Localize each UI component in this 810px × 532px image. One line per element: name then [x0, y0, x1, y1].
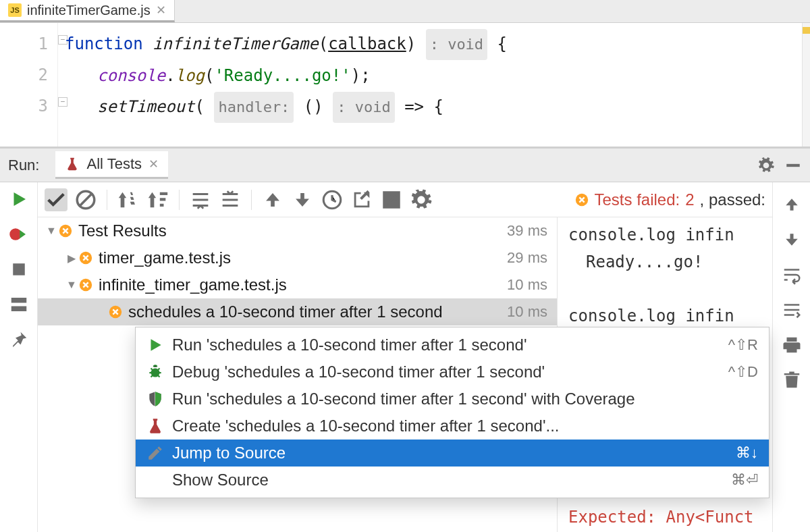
tree-label: Test Results	[78, 221, 507, 240]
stop-button[interactable]	[9, 259, 29, 280]
test-toolbar: Tests failed: 2, passed:	[38, 182, 772, 217]
failed-icon	[574, 192, 589, 207]
pin-button[interactable]	[9, 329, 29, 350]
ctx-show-source[interactable]: Show Source ⌘⏎	[136, 467, 769, 494]
minimize-icon[interactable]	[784, 157, 802, 174]
scroll-up-button[interactable]	[782, 194, 802, 215]
test-options-button[interactable]	[410, 188, 433, 211]
scroll-to-end-button[interactable]	[782, 300, 802, 320]
code-param: callback	[328, 34, 406, 53]
ctx-run-coverage[interactable]: Run 'schedules a 10-second timer after 1…	[136, 385, 769, 413]
import-results-button[interactable]	[350, 188, 373, 211]
duration: 29 ms	[507, 249, 547, 267]
close-tab-icon[interactable]: ✕	[156, 3, 166, 18]
bug-icon	[146, 363, 164, 381]
layout-button[interactable]	[9, 294, 29, 315]
pencil-icon	[146, 444, 164, 462]
duration: 10 ms	[507, 303, 547, 321]
console-expected-line: Expected: Any<Funct	[568, 504, 754, 531]
line-number: 1	[0, 28, 48, 59]
sort-duration-button[interactable]	[146, 188, 169, 211]
duration: 10 ms	[507, 276, 547, 294]
test-status-summary: Tests failed: 2, passed:	[574, 190, 766, 209]
expand-all-button[interactable]	[189, 188, 212, 211]
tree-file-row[interactable]: ▶ timer_game.test.js 29 ms	[38, 244, 557, 271]
scroll-down-button[interactable]	[782, 230, 802, 250]
failed-icon	[78, 250, 93, 265]
print-button[interactable]	[782, 335, 802, 355]
tree-test-row-selected[interactable]: schedules a 10-second timer after 1 seco…	[38, 298, 557, 325]
console-line: Ready....go!	[568, 248, 772, 275]
failed-icon	[108, 304, 123, 319]
ctx-shortcut: ^⇧R	[728, 336, 758, 354]
failed-icon	[78, 277, 93, 292]
rerun-button[interactable]	[9, 189, 29, 209]
console-right-rail	[772, 182, 810, 532]
export-results-button[interactable]	[380, 188, 403, 211]
ctx-jump-to-source[interactable]: Jump to Source ⌘↓	[136, 440, 769, 467]
show-passed-toggle[interactable]	[45, 188, 68, 211]
console-line: console.log infin	[568, 302, 772, 329]
code-fn-call: setTimeout	[97, 97, 195, 116]
run-left-rail	[0, 182, 38, 532]
chevron-right-icon[interactable]: ▶	[65, 252, 78, 265]
test-flask-icon	[65, 157, 80, 171]
type-hint: : void	[426, 29, 487, 60]
failed-count: 2	[685, 190, 694, 209]
run-config-tab[interactable]: All Tests ✕	[55, 151, 168, 179]
run-config-label: All Tests	[86, 155, 142, 173]
param-hint: handler:	[214, 92, 294, 123]
line-gutter: 1 2 3	[0, 23, 58, 147]
code-keyword: function	[65, 34, 143, 53]
warning-marker-icon[interactable]	[803, 27, 810, 34]
code-method: log	[176, 66, 205, 85]
code-obj: console	[97, 66, 165, 85]
code-editor[interactable]: 1 2 3 − − function infiniteTimerGame(cal…	[0, 23, 810, 149]
tree-root-row[interactable]: ▼ Test Results 39 ms	[38, 217, 557, 244]
toggle-breakpoints-button[interactable]	[9, 224, 29, 244]
code-fn-name: infiniteTimerGame	[153, 34, 319, 53]
ctx-debug-test[interactable]: Debug 'schedules a 10-second timer after…	[136, 358, 769, 385]
tree-file-row[interactable]: ▼ infinite_timer_game.test.js 10 ms	[38, 271, 557, 298]
prev-failed-button[interactable]	[261, 188, 284, 211]
blank-icon	[146, 471, 164, 489]
ctx-label: Debug 'schedules a 10-second timer after…	[172, 363, 720, 381]
sort-alpha-button[interactable]	[117, 188, 140, 211]
code-content[interactable]: function infiniteTimerGame(callback) : v…	[58, 23, 507, 147]
coverage-shield-icon	[146, 390, 164, 408]
tree-label: timer_game.test.js	[99, 248, 507, 267]
duration: 39 ms	[507, 222, 547, 240]
ctx-shortcut: ^⇧D	[728, 363, 758, 381]
ctx-label: Create 'schedules a 10-second timer afte…	[172, 417, 758, 435]
ctx-create-config[interactable]: Create 'schedules a 10-second timer afte…	[136, 413, 769, 440]
tree-label: infinite_timer_game.test.js	[99, 275, 507, 294]
editor-tabbar: JS infiniteTimerGame.js ✕	[0, 0, 810, 23]
ctx-label: Run 'schedules a 10-second timer after 1…	[172, 390, 758, 408]
run-panel-label: Run:	[8, 157, 39, 174]
show-ignored-toggle[interactable]	[74, 188, 97, 211]
clear-all-button[interactable]	[782, 370, 802, 390]
ctx-run-test[interactable]: Run 'schedules a 10-second timer after 1…	[136, 331, 769, 358]
next-failed-button[interactable]	[291, 188, 314, 211]
close-run-tab-icon[interactable]: ✕	[148, 157, 159, 171]
editor-tab-infiniteTimerGame[interactable]: JS infiniteTimerGame.js ✕	[0, 0, 175, 22]
chevron-down-icon[interactable]: ▼	[45, 225, 58, 237]
code-string: 'Ready....go!'	[214, 66, 350, 85]
chevron-down-icon[interactable]: ▼	[65, 279, 78, 291]
failed-icon	[58, 223, 73, 238]
type-hint: : void	[333, 92, 394, 123]
test-context-menu: Run 'schedules a 10-second timer after 1…	[135, 327, 770, 498]
settings-icon[interactable]	[757, 157, 775, 174]
soft-wrap-button[interactable]	[782, 265, 802, 285]
ctx-shortcut: ⌘⏎	[731, 471, 758, 489]
ctx-label: Jump to Source	[172, 444, 728, 462]
ctx-label: Show Source	[172, 471, 723, 489]
tree-label: schedules a 10-second timer after 1 seco…	[128, 302, 507, 321]
editor-marker-rail[interactable]	[802, 23, 810, 147]
play-icon	[146, 336, 164, 354]
failed-label: Tests failed:	[595, 190, 680, 209]
line-number: 2	[0, 59, 48, 90]
editor-tab-label: infiniteTimerGame.js	[27, 3, 151, 18]
test-history-button[interactable]	[321, 188, 344, 211]
collapse-all-button[interactable]	[219, 188, 242, 211]
